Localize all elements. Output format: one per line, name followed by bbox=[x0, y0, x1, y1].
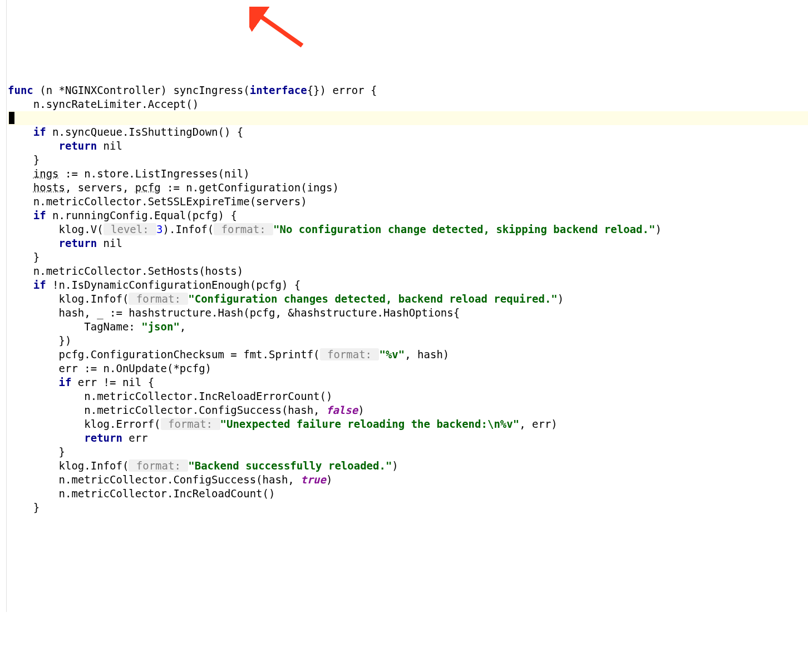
code-line: if n.runningConfig.Equal(pcfg) { bbox=[8, 209, 808, 223]
string-literal: "Unexpected failure reloading the backen… bbox=[220, 418, 520, 430]
svg-line-1 bbox=[255, 12, 302, 46]
keyword-return: return bbox=[84, 432, 122, 444]
code-line: klog.V( level: 3).Infof( format: "No con… bbox=[8, 223, 808, 236]
keyword-if: if bbox=[59, 376, 72, 388]
code-line: n.metricCollector.IncReloadCount() bbox=[8, 487, 808, 501]
code-line: } bbox=[8, 153, 808, 167]
highlighted-line bbox=[8, 111, 808, 125]
code-line: ings := n.store.ListIngresses(nil) bbox=[8, 167, 808, 181]
code-line: if err != nil { bbox=[8, 375, 808, 389]
inline-hint: format: bbox=[320, 348, 380, 360]
code-line: if !n.IsDynamicConfigurationEnough(pcfg)… bbox=[8, 278, 808, 292]
keyword-return: return bbox=[59, 237, 97, 249]
bool-literal: false bbox=[326, 404, 358, 416]
code-line: }) bbox=[8, 334, 808, 348]
annotation-arrow-icon bbox=[249, 7, 311, 51]
code-line: n.metricCollector.SetHosts(hosts) bbox=[8, 264, 808, 278]
code-line: } bbox=[8, 501, 808, 515]
editor-gutter bbox=[0, 0, 7, 612]
code-line: return nil bbox=[8, 139, 808, 153]
code-line: func (n *NGINXController) syncIngress(in… bbox=[8, 83, 808, 97]
code-line: err := n.OnUpdate(*pcfg) bbox=[8, 362, 808, 375]
code-line: return err bbox=[8, 431, 808, 445]
inline-hint: format: bbox=[129, 459, 188, 472]
code-line: n.metricCollector.SetSSLExpireTime(serve… bbox=[8, 195, 808, 209]
string-literal: "json" bbox=[141, 320, 180, 333]
code-line: } bbox=[8, 250, 808, 264]
code-line: pcfg.ConfigurationChecksum = fmt.Sprintf… bbox=[8, 348, 808, 362]
inline-hint: format: bbox=[161, 418, 220, 430]
code-line: hash, _ := hashstructure.Hash(pcfg, &has… bbox=[8, 306, 808, 320]
code-line: n.metricCollector.IncReloadErrorCount() bbox=[8, 389, 808, 403]
string-literal: "Backend successfully reloaded." bbox=[188, 459, 392, 472]
bool-literal: true bbox=[300, 473, 326, 486]
code-line: if n.syncQueue.IsShuttingDown() { bbox=[8, 125, 808, 139]
string-literal: "Configuration changes detected, backend… bbox=[188, 293, 557, 305]
code-line: n.metricCollector.ConfigSuccess(hash, tr… bbox=[8, 473, 808, 487]
inline-hint: format: bbox=[214, 223, 273, 235]
code-editor[interactable]: func (n *NGINXController) syncIngress(in… bbox=[8, 83, 808, 515]
keyword-return: return bbox=[59, 140, 97, 152]
code-line: klog.Infof( format: "Configuration chang… bbox=[8, 292, 808, 306]
code-line: n.metricCollector.ConfigSuccess(hash, fa… bbox=[8, 403, 808, 417]
code-line: hosts, servers, pcfg := n.getConfigurati… bbox=[8, 181, 808, 195]
code-line: klog.Infof( format: "Backend successfull… bbox=[8, 459, 808, 473]
keyword-interface: interface bbox=[250, 84, 307, 96]
text-caret bbox=[9, 112, 14, 124]
inline-hint: level: bbox=[104, 223, 157, 235]
keyword-if: if bbox=[33, 279, 46, 291]
string-literal: "%v" bbox=[379, 348, 405, 360]
inline-hint: format: bbox=[129, 293, 188, 305]
keyword-func: func bbox=[8, 84, 33, 96]
code-line: TagName: "json", bbox=[8, 320, 808, 334]
code-line: } bbox=[8, 445, 808, 459]
keyword-if: if bbox=[33, 126, 46, 138]
code-line: return nil bbox=[8, 236, 808, 250]
keyword-if: if bbox=[33, 209, 46, 221]
code-line: n.syncRateLimiter.Accept() bbox=[8, 97, 808, 111]
code-line: klog.Errorf( format: "Unexpected failure… bbox=[8, 417, 808, 431]
string-literal: "No configuration change detected, skipp… bbox=[273, 223, 655, 235]
